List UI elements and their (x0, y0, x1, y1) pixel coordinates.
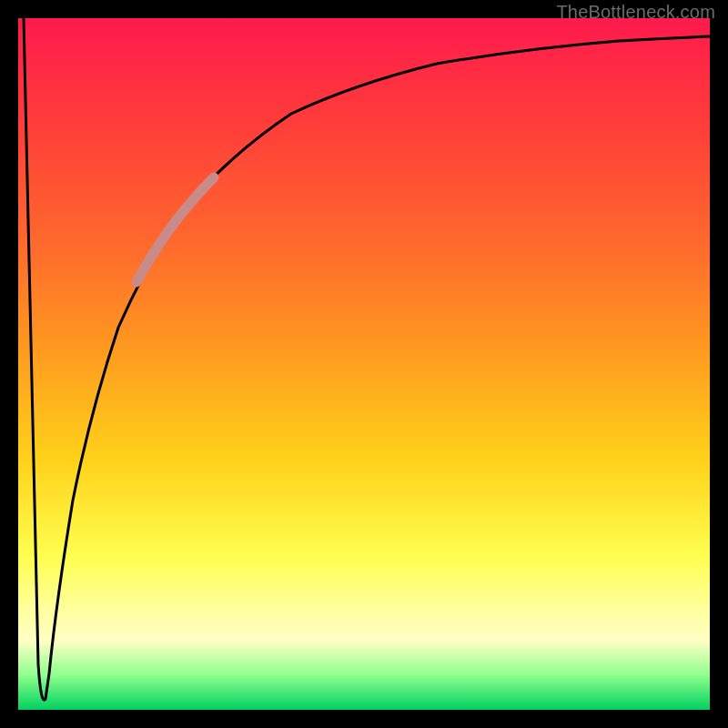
chart-stage: TheBottleneck.com (0, 0, 728, 728)
watermark-text: TheBottleneck.com (556, 2, 715, 23)
bottleneck-curve (24, 18, 710, 700)
curve-svg (18, 18, 710, 710)
curve-highlight (136, 177, 214, 282)
